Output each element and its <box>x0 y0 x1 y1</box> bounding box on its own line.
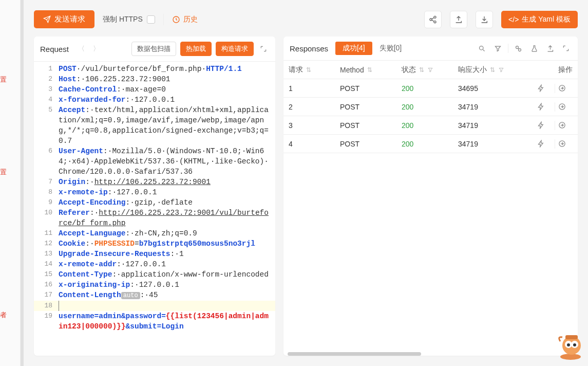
expand-icon <box>260 45 267 52</box>
export2-button[interactable] <box>544 45 556 52</box>
editor-line[interactable]: 9Accept-Encoding:·gzip,·deflate <box>34 197 275 208</box>
filter-icon <box>494 45 502 52</box>
yaml-label: 生成 Yaml 模板 <box>522 15 571 24</box>
cell-size: 34719 <box>453 103 520 111</box>
cell-size: 34695 <box>453 84 520 93</box>
col-size[interactable]: 响应大小 <box>458 65 487 75</box>
sidebar-text-2: 置 <box>0 168 7 177</box>
open-button[interactable] <box>558 103 573 111</box>
divider <box>555 84 555 93</box>
table-row[interactable]: 2POST20034719 <box>283 98 578 116</box>
sort-icon[interactable]: ⇅ <box>367 66 372 74</box>
bolt-icon <box>537 121 545 129</box>
editor-line[interactable]: 19username=admin&password={{list(123456|… <box>34 311 275 332</box>
table-row[interactable]: 3POST20034719 <box>283 116 578 135</box>
flask-button[interactable] <box>528 45 540 52</box>
cell-method: POST <box>335 84 396 93</box>
upload-icon <box>454 15 463 24</box>
history-button[interactable]: 历史 <box>172 15 198 24</box>
svg-point-5 <box>516 46 519 48</box>
responses-title: Responses <box>290 44 328 53</box>
download-icon <box>480 15 488 24</box>
top-toolbar: 发送请求 强制 HTTPS 历史 </> 生成 Yaml 模板 <box>34 10 578 28</box>
expand2-button[interactable] <box>560 45 572 52</box>
search-button[interactable] <box>476 45 488 52</box>
responses-panel-header: Responses 成功[4] 失败[0] <box>283 36 578 61</box>
col-status[interactable]: 状态 <box>402 65 416 75</box>
filter-icon[interactable] <box>498 67 504 73</box>
editor-line[interactable]: 7Origin:·http://106.225.223.72:9001 <box>34 177 275 187</box>
nav-next-button[interactable]: 〉 <box>91 44 102 53</box>
search-icon <box>478 45 486 52</box>
force-https-toggle[interactable]: 强制 HTTPS <box>103 15 155 24</box>
construct-request-button[interactable]: 构造请求 <box>216 42 254 56</box>
filter-button[interactable] <box>492 45 504 52</box>
share-icon <box>429 15 437 24</box>
editor-line[interactable]: 18 <box>34 301 275 311</box>
svg-rect-17 <box>565 335 578 339</box>
send-request-button[interactable]: 发送请求 <box>34 10 94 28</box>
tab-success[interactable]: 成功[4] <box>335 42 372 55</box>
editor-line[interactable]: 12Cookie:·PHPSESSID=b7bg1strptq650mosus5… <box>34 239 275 249</box>
table-header-row: 请求⇅ Method⇅ 状态⇅ 响应大小⇅ 操作 <box>283 61 578 79</box>
col-request[interactable]: 请求 <box>289 65 303 75</box>
cell-method: POST <box>335 121 396 130</box>
editor-line[interactable]: 5Accept:·text/html,application/xhtml+xml… <box>34 105 275 146</box>
editor-line[interactable]: 15Content-Type:·application/x-www-form-u… <box>34 269 275 280</box>
sidebar-text-3: 者 <box>0 310 7 320</box>
arrow-right-circle-icon <box>558 121 566 129</box>
packet-scan-button[interactable]: 数据包扫描 <box>131 42 176 56</box>
generate-yaml-button[interactable]: </> 生成 Yaml 模板 <box>501 11 578 28</box>
mascot-icon[interactable] <box>556 331 587 361</box>
cell-status: 200 <box>402 121 413 130</box>
editor-line[interactable]: 4x-forwarded-for:·127.0.0.1 <box>34 95 275 105</box>
editor-line[interactable]: 13Upgrade-Insecure-Requests:·1 <box>34 249 275 259</box>
cell-idx: 1 <box>283 84 335 93</box>
cell-idx: 4 <box>283 140 335 148</box>
svg-point-4 <box>480 46 484 50</box>
resend-button[interactable] <box>537 121 552 129</box>
export-button[interactable] <box>450 11 467 28</box>
sidebar-text-1: 置 <box>0 75 7 84</box>
editor-line[interactable]: 17Content-Lengthauto:·45 <box>34 290 275 301</box>
table-row[interactable]: 4POST20034719 <box>283 135 578 153</box>
table-row[interactable]: 1POST20034695 <box>283 79 578 98</box>
editor-line[interactable]: 11Accept-Language:·zh-CN,zh;q=0.9 <box>34 228 275 239</box>
open-button[interactable] <box>558 140 573 148</box>
nav-prev-button[interactable]: 〈 <box>76 44 87 53</box>
sort-icon[interactable]: ⇅ <box>306 66 311 74</box>
hot-load-button[interactable]: 热加载 <box>180 42 212 56</box>
tab-fail[interactable]: 失败[0] <box>372 42 409 55</box>
history-label: 历史 <box>183 15 198 24</box>
filter-icon[interactable] <box>427 67 433 73</box>
editor-line[interactable]: 16x-originating-ip:·127.0.0.1 <box>34 280 275 290</box>
response-tabs: 成功[4] 失败[0] <box>335 42 409 55</box>
sort-icon[interactable]: ⇅ <box>419 66 424 74</box>
col-ops: 操作 <box>558 65 573 75</box>
open-button[interactable] <box>558 84 573 92</box>
bolt-icon <box>537 103 545 111</box>
editor-line[interactable]: 1POST·/vul/burteforce/bf_form.php·HTTP/1… <box>34 64 275 74</box>
open-button[interactable] <box>558 121 573 129</box>
svg-point-2 <box>430 19 432 21</box>
resend-button[interactable] <box>537 103 552 111</box>
horizontal-scrollbar[interactable] <box>288 352 574 356</box>
editor-line[interactable]: 10Referer:·http://106.225.223.72:9001/vu… <box>34 208 275 228</box>
editor-line[interactable]: 14x-remote-addr:·127.0.0.1 <box>34 259 275 269</box>
editor-line[interactable]: 6User-Agent:·Mozilla/5.0·(Windows·NT·10.… <box>34 146 275 177</box>
link-button[interactable] <box>513 45 524 52</box>
import-button[interactable] <box>476 11 493 28</box>
request-editor[interactable]: 1POST·/vul/burteforce/bf_form.php·HTTP/1… <box>34 62 275 356</box>
share-button[interactable] <box>424 11 442 28</box>
svg-point-1 <box>434 16 436 18</box>
responses-panel: Responses 成功[4] 失败[0] 请求⇅ Method⇅ 状态⇅ <box>283 36 578 356</box>
sort-icon[interactable]: ⇅ <box>490 66 495 74</box>
expand-button[interactable] <box>258 45 269 52</box>
col-method[interactable]: Method <box>340 66 364 74</box>
resend-button[interactable] <box>537 84 552 92</box>
editor-line[interactable]: 8x-remote-ip:·127.0.0.1 <box>34 187 275 197</box>
editor-line[interactable]: 3Cache-Control:·max-age=0 <box>34 84 275 95</box>
resend-button[interactable] <box>537 140 552 148</box>
scrollbar-thumb[interactable] <box>288 352 421 356</box>
editor-line[interactable]: 2Host:·106.225.223.72:9001 <box>34 74 275 84</box>
